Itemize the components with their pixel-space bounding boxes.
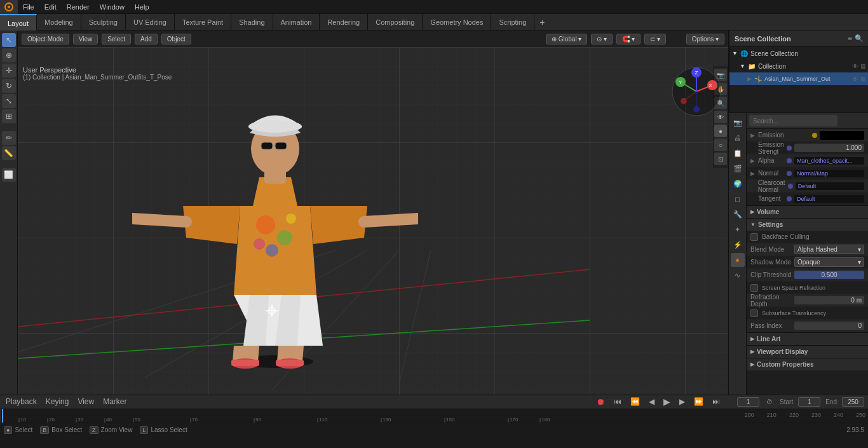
obj-eye-icon[interactable]: 👁 bbox=[852, 76, 858, 83]
cursor-tool[interactable]: ⊕ bbox=[2, 48, 16, 62]
data-props-icon[interactable]: ∿ bbox=[731, 268, 745, 282]
emission-strength-dot[interactable] bbox=[787, 146, 792, 151]
wireframe-btn[interactable]: ⊡ bbox=[714, 153, 727, 165]
screen-space-refraction-checkbox[interactable] bbox=[750, 284, 758, 292]
normal-expand[interactable]: ▶ bbox=[750, 170, 758, 177]
scale-tool[interactable]: ⤡ bbox=[2, 94, 16, 108]
custom-properties-section-header[interactable]: ▶ Custom Properties bbox=[747, 358, 868, 370]
move-tool[interactable]: ✛ bbox=[2, 64, 16, 78]
object-props-icon[interactable]: ◻ bbox=[731, 192, 745, 206]
tab-texture-paint[interactable]: Texture Paint bbox=[175, 14, 231, 31]
add-menu[interactable]: Add bbox=[135, 34, 158, 44]
render-props-icon[interactable]: 📷 bbox=[731, 116, 745, 130]
next-frame-btn[interactable]: ⏩ bbox=[692, 397, 705, 406]
world-props-icon[interactable]: 🌍 bbox=[731, 177, 745, 191]
viewport[interactable]: Object Mode View Select Add Object ⊕ Glo… bbox=[18, 31, 728, 395]
backface-culling-checkbox[interactable] bbox=[750, 233, 758, 241]
select-menu[interactable]: Select bbox=[102, 34, 131, 44]
emission-dot[interactable] bbox=[812, 133, 817, 138]
refraction-depth-value[interactable]: 0 m bbox=[794, 296, 864, 304]
timeline-track[interactable]: 10 20 30 40 50 70 90 110 130 150 170 180 bbox=[0, 409, 868, 423]
fps-indicator[interactable]: ⏱ bbox=[764, 398, 775, 405]
app-logo[interactable] bbox=[0, 0, 18, 14]
transform-tool[interactable]: ⊞ bbox=[2, 109, 16, 123]
solid-mode-btn[interactable]: ○ bbox=[714, 139, 727, 151]
clearcoat-normal-dot[interactable] bbox=[788, 184, 793, 189]
obj-monitor-icon[interactable]: 🖥 bbox=[860, 76, 866, 83]
start-frame-input[interactable]: 1 bbox=[798, 397, 820, 407]
jump-end-btn[interactable]: ⏭ bbox=[710, 397, 722, 406]
select-tool[interactable]: ↖ bbox=[2, 33, 16, 47]
alpha-expand[interactable]: ▶ bbox=[750, 158, 758, 164]
play-btn[interactable]: ▶ bbox=[661, 397, 672, 407]
emission-expand[interactable]: ▶ bbox=[750, 132, 758, 139]
end-frame-input[interactable]: 250 bbox=[842, 397, 864, 407]
normal-value[interactable]: Normal/Map bbox=[794, 170, 864, 177]
snap-toggle[interactable]: 🧲 ▾ bbox=[616, 34, 641, 44]
next-keyframe-btn[interactable]: ▶ bbox=[677, 397, 687, 406]
proportional-edit[interactable]: ⊂ ▾ bbox=[644, 34, 666, 44]
tab-rendering[interactable]: Rendering bbox=[320, 14, 368, 31]
current-frame-input[interactable]: 1 bbox=[737, 397, 759, 407]
modifiers-icon[interactable]: 🔧 bbox=[731, 207, 745, 221]
scene-props-icon[interactable]: 🎬 bbox=[731, 161, 745, 175]
filter-icon[interactable]: ≡ bbox=[848, 34, 852, 43]
transform-dropdown[interactable]: ⊕ Global ▾ bbox=[546, 34, 587, 44]
output-props-icon[interactable]: 🖨 bbox=[731, 131, 745, 145]
marker-menu[interactable]: Marker bbox=[101, 397, 128, 406]
annotate-tool[interactable]: ✏ bbox=[2, 131, 16, 145]
tab-modeling[interactable]: Modeling bbox=[37, 14, 81, 31]
rotate-tool[interactable]: ↻ bbox=[2, 79, 16, 93]
object-menu[interactable]: Object bbox=[161, 34, 191, 44]
emission-color[interactable] bbox=[820, 131, 864, 140]
object-row[interactable]: ▶ 🤸 Asian_Man_Summer_Out 👁 🖥 bbox=[729, 72, 868, 85]
record-btn[interactable]: ⏺ bbox=[594, 397, 607, 407]
tangent-dot[interactable] bbox=[787, 196, 792, 201]
add-cube-tool[interactable]: ⬜ bbox=[2, 168, 16, 182]
alpha-dot[interactable] bbox=[787, 158, 792, 163]
keying-menu[interactable]: Keying bbox=[44, 397, 71, 406]
menu-edit[interactable]: Edit bbox=[39, 0, 62, 14]
prev-keyframe-btn[interactable]: ◀ bbox=[647, 397, 656, 406]
blend-mode-dropdown[interactable]: Alpha Hashed ▾ bbox=[794, 245, 864, 254]
pivot-dropdown[interactable]: ⊙ ▾ bbox=[591, 34, 613, 44]
properties-search-input[interactable] bbox=[749, 115, 837, 126]
eye-icon[interactable]: 👁 bbox=[852, 63, 858, 70]
jump-start-btn[interactable]: ⏮ bbox=[612, 397, 623, 406]
menu-render[interactable]: Render bbox=[62, 0, 95, 14]
emission-strength-value[interactable]: 1.000 bbox=[794, 144, 864, 152]
monitor-icon[interactable]: 🖥 bbox=[860, 63, 866, 70]
tab-uv-editing[interactable]: UV Editing bbox=[126, 14, 175, 31]
menu-file[interactable]: File bbox=[18, 0, 39, 14]
shadow-mode-dropdown[interactable]: Opaque ▾ bbox=[794, 257, 864, 267]
clearcoat-normal-value[interactable]: Default bbox=[796, 182, 864, 190]
settings-section-header[interactable]: ▼ Settings bbox=[747, 218, 868, 231]
subsurface-translucency-checkbox[interactable] bbox=[750, 309, 758, 317]
view-menu-timeline[interactable]: View bbox=[76, 397, 96, 406]
physics-icon[interactable]: ⚡ bbox=[731, 238, 745, 252]
scene-collection-row[interactable]: ▼ 🌐 Scene Collection bbox=[729, 47, 868, 60]
tab-scripting[interactable]: Scripting bbox=[491, 14, 534, 31]
view-layer-icon[interactable]: 📋 bbox=[731, 146, 745, 160]
menu-window[interactable]: Window bbox=[95, 0, 130, 14]
tab-compositing[interactable]: Compositing bbox=[368, 14, 423, 31]
playback-menu[interactable]: Playback bbox=[4, 397, 39, 406]
volume-section-header[interactable]: ▶ Volume bbox=[747, 205, 868, 218]
view-menu[interactable]: View bbox=[73, 34, 98, 44]
collection-row[interactable]: ▼ 📁 Collection 👁 🖥 bbox=[729, 60, 868, 72]
material-props-icon[interactable]: ● bbox=[731, 253, 745, 267]
pass-index-value[interactable]: 0 bbox=[794, 322, 864, 330]
tab-sculpting[interactable]: Sculpting bbox=[81, 14, 126, 31]
render-mode-btn[interactable]: ● bbox=[714, 125, 727, 137]
viewport-overlays[interactable]: Options ▾ bbox=[686, 34, 724, 44]
tab-geometry-nodes[interactable]: Geometry Nodes bbox=[423, 14, 491, 31]
prev-frame-btn[interactable]: ⏪ bbox=[628, 397, 642, 406]
tab-shading[interactable]: Shading bbox=[231, 14, 273, 31]
object-mode-dropdown[interactable]: Object Mode bbox=[22, 34, 69, 44]
alpha-value[interactable]: Man_clothes_opacit... bbox=[794, 157, 864, 165]
tangent-value[interactable]: Default bbox=[794, 195, 864, 203]
tab-animation[interactable]: Animation bbox=[273, 14, 320, 31]
add-workspace-button[interactable]: + bbox=[534, 17, 550, 27]
search-icon[interactable]: 🔍 bbox=[855, 34, 864, 43]
normal-dot[interactable] bbox=[787, 171, 792, 176]
